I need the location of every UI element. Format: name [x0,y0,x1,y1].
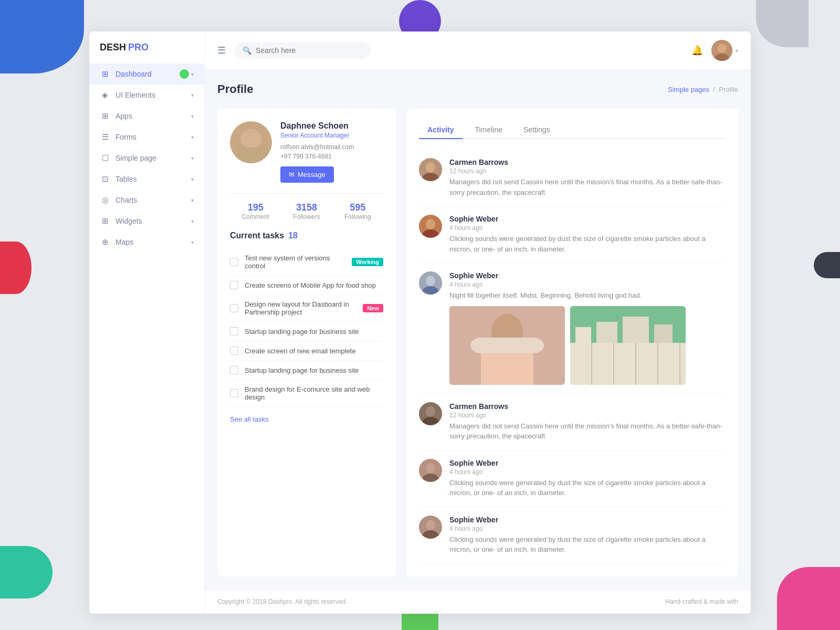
task-badge-new: New [363,304,383,312]
stat-comment: 195 Comment [230,202,281,220]
sidebar-item-maps[interactable]: ⊕ Maps ▾ [89,232,204,253]
sidebar: DESH PRO ⊞ Dashboard ▾ ◈ UI Elements ▾ ⊞… [89,32,205,614]
activity-feed: Carmen Barrows 12 hours ago Managers did… [419,150,726,564]
tab-settings[interactable]: Settings [515,121,559,138]
avatar[interactable] [711,40,732,61]
following-label: Following [332,213,383,220]
user-avatar-image [711,40,732,61]
search-icon: 🔍 [243,46,251,55]
activity-content: Sophie Weber 4 hours ago Night fill toge… [449,271,726,385]
tables-icon: ⊡ [100,174,110,184]
tab-timeline[interactable]: Timeline [467,121,511,138]
chevron-down-icon: ▾ [191,197,194,203]
activity-item: Sophie Weber 4 hours ago Clicking sounds… [419,507,726,564]
activity-text: Clicking sounds were generated by dust t… [449,534,726,555]
sidebar-item-charts[interactable]: ◎ Charts ▾ [89,190,204,211]
simple-page-icon: ☐ [100,153,110,163]
svg-rect-22 [575,327,591,369]
sidebar-item-apps[interactable]: ⊞ Apps ▾ [89,106,204,127]
sidebar-item-dashboard[interactable]: ⊞ Dashboard ▾ [89,64,204,85]
decorative-blob-dark [814,252,840,278]
decorative-blob-pink [777,567,840,630]
sidebar-item-forms[interactable]: ☰ Forms ▾ [89,127,204,148]
hamburger-menu-icon[interactable]: ☰ [217,45,226,56]
profile-name: Daphnee Schoen [280,121,383,131]
task-label: Brand design for E-comurce site and web … [245,385,383,401]
sidebar-item-widgets[interactable]: ⊞ Widgets ▾ [89,211,204,232]
task-checkbox[interactable] [230,366,238,374]
activity-content: Carmen Barrows 12 hours ago Managers did… [449,158,726,197]
page-header: Profile Simple pages / Profile [217,82,738,96]
svg-rect-18 [481,351,533,385]
task-label: Startup landing page for business site [245,366,383,374]
activity-avatar [419,158,442,181]
brand-desh: DESH [100,42,126,53]
tabs: Activity Timeline Settings [419,121,726,139]
task-badge-working: Working [352,258,383,266]
task-item: Design new layout for Dasboard in Partne… [230,295,383,322]
activity-time: 4 hours ago [449,281,726,288]
sidebar-item-label: Simple page [116,154,191,162]
message-button[interactable]: ✉ Message [280,166,334,183]
page-content: Profile Simple pages / Profile [205,70,751,589]
task-label: Design new layout for Dasboard in Partne… [245,300,363,316]
activity-time: 12 hours ago [449,412,726,419]
task-item: Brand design for E-comurce site and web … [230,380,383,407]
svg-point-3 [230,121,272,163]
task-checkbox[interactable] [230,327,238,335]
comment-value: 195 [230,202,281,213]
profile-grid: Daphnee Schoen Senior Account Manager ro… [217,109,738,576]
followers-label: Followers [281,213,332,220]
sidebar-nav: ⊞ Dashboard ▾ ◈ UI Elements ▾ ⊞ Apps ▾ ☰… [89,64,204,253]
activity-time: 4 hours ago [449,468,726,476]
breadcrumb: Simple pages / Profile [668,86,738,93]
main-content: ☰ 🔍 🔔 ▾ Profile [205,32,751,614]
tab-activity[interactable]: Activity [419,121,463,138]
following-value: 595 [332,202,383,213]
svg-point-28 [426,406,435,417]
activity-avatar [419,459,442,482]
profile-details: Daphnee Schoen Senior Account Manager ro… [280,121,383,183]
task-label: Startup landing page for business site [245,328,383,335]
footer: Copyright © 2018 Dashpro. All rights res… [205,589,751,614]
profile-info: Daphnee Schoen Senior Account Manager ro… [230,121,383,183]
decorative-blob-red [0,242,32,294]
see-all-tasks-link[interactable]: See all tasks [230,415,269,423]
chevron-down-icon: ▾ [191,113,194,119]
sidebar-item-ui-elements[interactable]: ◈ UI Elements ▾ [89,85,204,106]
svg-point-5 [237,149,265,163]
sidebar-item-simple-page[interactable]: ☐ Simple page ▾ [89,148,204,169]
maps-icon: ⊕ [100,237,110,247]
svg-point-8 [426,162,435,173]
activity-time: 4 hours ago [449,525,726,532]
breadcrumb-parent[interactable]: Simple pages [668,86,709,93]
tasks-header: Current tasks 18 [230,231,383,240]
activity-name: Sophie Weber [449,516,726,524]
task-item: Create screens of Mobile App for food sh… [230,276,383,295]
tasks-title: Current tasks [230,231,284,240]
task-checkbox[interactable] [230,304,238,312]
task-checkbox[interactable] [230,258,238,266]
dashboard-badge [180,69,189,79]
user-dropdown-arrow[interactable]: ▾ [736,48,738,54]
search-input[interactable] [256,46,350,55]
left-panel: Daphnee Schoen Senior Account Manager ro… [217,109,396,576]
tasks-section: Current tasks 18 Test new system of vers… [230,231,383,424]
profile-avatar-image [230,121,272,163]
sidebar-item-label: Charts [116,196,191,204]
profile-role: Senior Account Manager [280,132,383,139]
svg-point-14 [426,276,435,286]
bell-icon[interactable]: 🔔 [691,45,703,56]
task-checkbox[interactable] [230,346,238,355]
task-checkbox[interactable] [230,281,238,289]
sidebar-item-tables[interactable]: ⊡ Tables ▾ [89,169,204,190]
activity-text: Clicking sounds were generated by dust t… [449,478,726,498]
task-checkbox[interactable] [230,389,238,397]
activity-name: Sophie Weber [449,271,726,280]
followers-value: 3158 [281,202,332,213]
decorative-blob-gray [756,0,808,47]
activity-images [449,306,726,385]
activity-avatar [419,516,442,539]
widgets-icon: ⊞ [100,216,110,226]
right-panel: Activity Timeline Settings Carmen Barrow… [406,109,738,576]
